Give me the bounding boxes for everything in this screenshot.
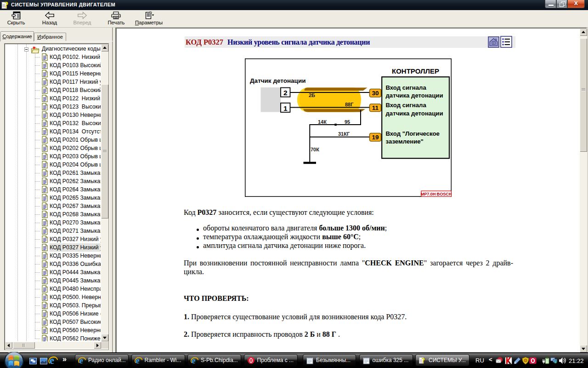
svg-text:Вход сигнала: Вход сигнала bbox=[386, 102, 427, 109]
svg-text:Датчик детонации: Датчик детонации bbox=[250, 77, 306, 84]
svg-text:1: 1 bbox=[283, 104, 288, 112]
svg-text:заземление": заземление" bbox=[386, 138, 424, 145]
svg-text:датчика детонации: датчика детонации bbox=[386, 92, 443, 99]
svg-text:?: ? bbox=[5, 1, 9, 9]
svg-text:11: 11 bbox=[372, 104, 379, 111]
svg-text:Вход "Логическое: Вход "Логическое bbox=[386, 130, 440, 137]
svg-text:19: 19 bbox=[372, 134, 379, 141]
svg-text:14К: 14К bbox=[318, 119, 327, 125]
svg-text:30: 30 bbox=[372, 90, 379, 97]
svg-text:2Б: 2Б bbox=[309, 92, 315, 98]
svg-text:Вход сигнала: Вход сигнала bbox=[386, 84, 427, 91]
svg-text:88Г: 88Г bbox=[345, 102, 354, 107]
svg-text:MP7.0H BOSCH: MP7.0H BOSCH bbox=[421, 191, 452, 196]
svg-text:95: 95 bbox=[345, 119, 350, 125]
svg-text:31КГ: 31КГ bbox=[338, 131, 350, 137]
svg-text:2: 2 bbox=[283, 89, 288, 97]
svg-text:70К: 70К bbox=[311, 147, 319, 152]
svg-text:датчика детонации: датчика детонации bbox=[386, 110, 443, 117]
svg-text:КОНТРОЛЛЕР: КОНТРОЛЛЕР bbox=[392, 67, 439, 75]
